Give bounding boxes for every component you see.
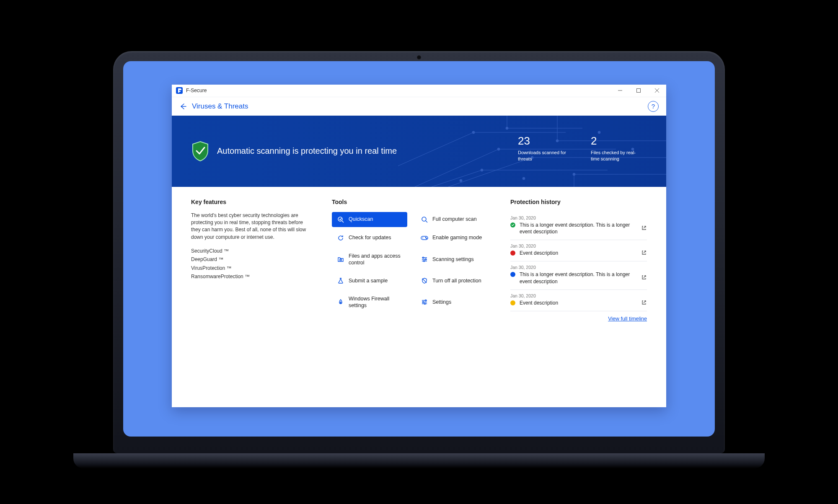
shield-off-icon xyxy=(421,277,428,284)
open-event-button[interactable] xyxy=(641,225,647,232)
svg-point-16 xyxy=(426,238,427,239)
event-date: Jan 30, 2020 xyxy=(510,293,647,298)
app-logo-icon xyxy=(176,87,183,94)
view-full-timeline-link[interactable]: View full timeline xyxy=(608,316,647,322)
back-arrow-icon xyxy=(179,103,187,110)
svg-point-2 xyxy=(497,148,500,150)
history-section: Protection history Jan 30, 2020 This is … xyxy=(510,199,647,395)
stat-value: 2 xyxy=(591,134,641,148)
back-button[interactable] xyxy=(179,103,187,110)
tool-gaming-mode[interactable]: Enable gaming mode xyxy=(416,230,491,246)
key-features-list: SecurityCloud ™ DeepGuard ™ VirusProtect… xyxy=(191,247,313,281)
tool-label: Turn off all protection xyxy=(432,277,486,284)
key-features-description: The world's best cyber security technolo… xyxy=(191,212,313,241)
history-event[interactable]: Jan 30, 2020 Event description xyxy=(510,290,647,311)
tool-firewall[interactable]: Windows Firewall settings xyxy=(332,292,407,313)
open-event-button[interactable] xyxy=(641,274,647,282)
svg-point-13 xyxy=(422,217,426,221)
stat-label: Downloads scanned for threats xyxy=(518,150,568,162)
folder-lock-icon xyxy=(337,256,344,263)
svg-point-19 xyxy=(425,258,427,260)
svg-point-23 xyxy=(424,303,426,305)
tool-label: Scanning settings xyxy=(432,256,486,263)
minimize-icon xyxy=(618,88,622,93)
subheader: Viruses & Threats ? xyxy=(172,97,666,116)
firewall-icon xyxy=(337,298,344,306)
stat-downloads-scanned: 23 Downloads scanned for threats xyxy=(518,134,568,162)
status-dot-success-icon xyxy=(510,222,515,227)
tool-settings[interactable]: Settings xyxy=(416,292,491,313)
help-button[interactable]: ? xyxy=(648,101,659,112)
event-date: Jan 30, 2020 xyxy=(510,215,647,220)
svg-point-22 xyxy=(423,302,424,303)
sliders-icon xyxy=(421,298,428,306)
minimize-button[interactable] xyxy=(611,84,629,97)
hero-headline: Automatic scanning is protecting you in … xyxy=(217,146,397,156)
laptop-frame: F-Secure xyxy=(113,51,725,453)
tool-quickscan[interactable]: Quickscan xyxy=(332,212,407,227)
gamepad-icon xyxy=(421,234,428,242)
external-link-icon xyxy=(641,300,647,305)
svg-rect-17 xyxy=(340,259,341,261)
hero-banner: Automatic scanning is protecting you in … xyxy=(172,116,666,187)
close-icon xyxy=(655,88,659,93)
quickscan-icon xyxy=(337,216,344,223)
maximize-button[interactable] xyxy=(629,84,648,97)
stat-files-checked: 2 Files checked by real-time scanning xyxy=(591,134,641,162)
feature-item: VirusProtection ™ xyxy=(191,264,313,272)
history-heading: Protection history xyxy=(510,199,647,205)
history-event[interactable]: Jan 30, 2020 Event description xyxy=(510,240,647,261)
svg-rect-0 xyxy=(637,89,641,93)
feature-item: DeepGuard ™ xyxy=(191,255,313,264)
refresh-icon xyxy=(337,234,344,242)
history-event[interactable]: Jan 30, 2020 This is a longer event desc… xyxy=(510,261,647,290)
external-link-icon xyxy=(641,225,647,231)
external-link-icon xyxy=(641,250,647,256)
flask-icon xyxy=(337,277,344,284)
sliders-icon xyxy=(421,256,428,263)
event-date: Jan 30, 2020 xyxy=(510,243,647,248)
feature-item: RansomwareProtection ™ xyxy=(191,272,313,281)
app-name: F-Secure xyxy=(186,88,207,93)
tool-scan-settings[interactable]: Scanning settings xyxy=(416,249,491,270)
tool-label: Windows Firewall settings xyxy=(349,295,402,309)
status-dot-error-icon xyxy=(510,251,515,256)
tool-check-updates[interactable]: Check for updates xyxy=(332,230,407,246)
feature-item: SecurityCloud ™ xyxy=(191,247,313,255)
svg-point-20 xyxy=(424,260,425,261)
svg-point-7 xyxy=(573,173,575,176)
tool-submit-sample[interactable]: Submit a sample xyxy=(332,273,407,288)
laptop-camera xyxy=(417,55,421,59)
tool-label: Check for updates xyxy=(349,234,402,241)
open-event-button[interactable] xyxy=(641,250,647,257)
tool-label: Full computer scan xyxy=(432,216,486,222)
tool-turn-off[interactable]: Turn off all protection xyxy=(416,273,491,288)
event-description: Event description xyxy=(520,300,637,307)
laptop-screen: F-Secure xyxy=(123,61,715,437)
svg-point-12 xyxy=(338,217,342,221)
stat-value: 23 xyxy=(518,134,568,148)
open-event-button[interactable] xyxy=(641,300,647,307)
tool-files-access[interactable]: Files and apps access control xyxy=(332,249,407,270)
key-features-section: Key features The world's best cyber secu… xyxy=(191,199,313,395)
help-icon: ? xyxy=(652,103,655,110)
tool-label: Files and apps access control xyxy=(349,253,402,266)
event-description: This is a longer event description. This… xyxy=(520,222,637,236)
external-link-icon xyxy=(641,274,647,280)
status-dot-info-icon xyxy=(510,272,515,277)
status-dot-warning-icon xyxy=(510,300,515,305)
event-date: Jan 30, 2020 xyxy=(510,265,647,270)
svg-point-10 xyxy=(522,177,525,180)
tool-label: Settings xyxy=(432,299,486,305)
tool-label: Submit a sample xyxy=(349,277,402,284)
tools-heading: Tools xyxy=(332,199,491,205)
svg-point-11 xyxy=(460,179,462,182)
tools-section: Tools Quickscan Full computer scan Ch xyxy=(332,199,491,395)
tool-full-scan[interactable]: Full computer scan xyxy=(416,212,491,227)
tool-label: Enable gaming mode xyxy=(432,234,486,241)
content-area: Key features The world's best cyber secu… xyxy=(172,187,666,407)
history-event[interactable]: Jan 30, 2020 This is a longer event desc… xyxy=(510,212,647,240)
svg-point-15 xyxy=(425,237,426,238)
event-description: Event description xyxy=(520,250,637,257)
close-button[interactable] xyxy=(648,84,666,97)
